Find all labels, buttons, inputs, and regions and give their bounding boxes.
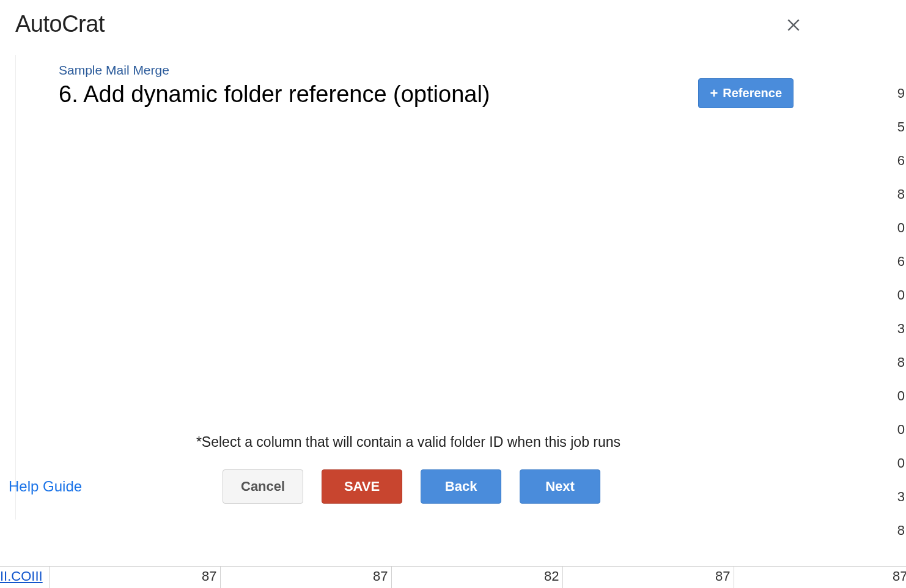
cancel-button[interactable]: Cancel <box>223 469 303 504</box>
bg-fragment: 0 <box>897 220 905 236</box>
bg-fragment: 0 <box>897 422 905 438</box>
hint-text: *Select a column that will contain a val… <box>16 434 801 450</box>
bg-fragment: 8 <box>897 186 905 202</box>
bg-fragment: 8 <box>897 355 905 370</box>
save-button[interactable]: SAVE <box>322 469 402 504</box>
add-reference-button[interactable]: + Reference <box>698 78 794 108</box>
content-area: Sample Mail Merge 6. Add dynamic folder … <box>15 55 801 520</box>
bg-fragment: 8 <box>897 523 905 538</box>
bg-cell: 87 <box>893 568 906 584</box>
autocrat-modal: AutoCrat Sample Mail Merge 6. Add dynami… <box>0 0 828 532</box>
plus-icon: + <box>710 87 718 100</box>
bg-cell: 87 <box>202 568 216 584</box>
app-title: AutoCrat <box>15 11 105 37</box>
bg-cell: 87 <box>373 568 388 584</box>
bg-cell: 87 <box>715 568 730 584</box>
next-button[interactable]: Next <box>520 469 600 504</box>
close-button[interactable] <box>786 17 801 33</box>
bg-cell: 82 <box>544 568 559 584</box>
help-guide-link[interactable]: Help Guide <box>9 478 82 495</box>
bg-cell-link: II.COIII <box>0 568 43 584</box>
bg-fragment: 9 <box>897 86 905 101</box>
button-group: Cancel SAVE Back Next <box>223 469 600 504</box>
bg-fragment: 6 <box>897 153 905 169</box>
bg-fragment: 3 <box>897 321 905 337</box>
close-icon <box>786 17 801 33</box>
bg-fragment: 0 <box>897 287 905 303</box>
bg-fragment: 5 <box>897 119 905 135</box>
back-button[interactable]: Back <box>421 469 501 504</box>
reference-button-label: Reference <box>723 86 782 100</box>
footer: Help Guide Cancel SAVE Back Next <box>16 469 801 504</box>
step-title: 6. Add dynamic folder reference (optiona… <box>59 81 801 108</box>
bg-fragment: 3 <box>897 489 905 505</box>
bg-fragment: 0 <box>897 455 905 471</box>
job-subtitle: Sample Mail Merge <box>59 63 801 78</box>
bg-fragment: 0 <box>897 388 905 404</box>
bg-fragment: 6 <box>897 254 905 270</box>
